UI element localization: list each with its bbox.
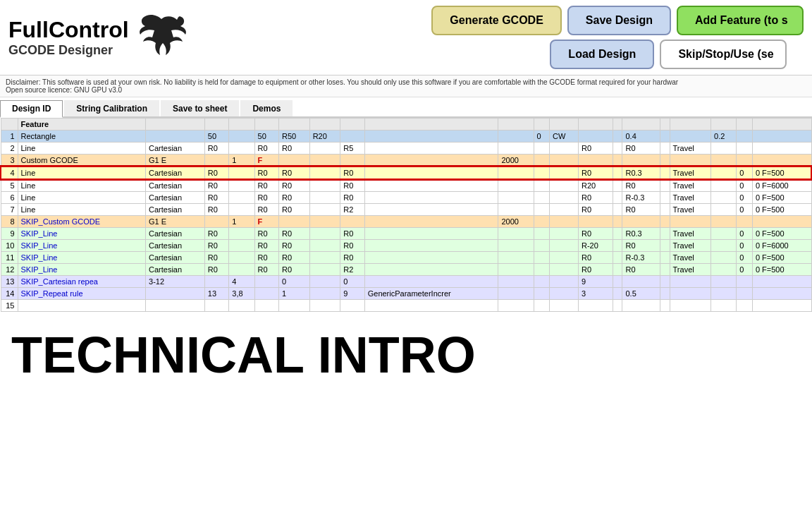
table-cell[interactable] — [229, 252, 254, 264]
table-cell[interactable]: 0.2 — [711, 131, 737, 143]
table-cell[interactable] — [752, 216, 811, 228]
table-cell[interactable]: R0 — [204, 179, 228, 192]
table-cell[interactable]: F — [254, 216, 278, 228]
table-cell[interactable] — [364, 264, 498, 276]
table-cell[interactable] — [711, 300, 737, 312]
table-cell[interactable] — [711, 155, 737, 167]
table-cell[interactable] — [613, 131, 622, 143]
table-cell[interactable] — [229, 179, 254, 192]
table-cell[interactable] — [309, 192, 340, 204]
table-cell[interactable] — [613, 204, 622, 216]
table-cell[interactable]: SKIP_Repeat rule — [18, 288, 146, 300]
table-cell[interactable]: 0 F=500 — [752, 192, 811, 204]
table-cell[interactable] — [578, 216, 613, 228]
table-cell[interactable] — [279, 216, 310, 228]
table-cell[interactable] — [578, 300, 613, 312]
table-cell[interactable]: R0 — [254, 240, 278, 252]
table-cell[interactable] — [711, 276, 737, 288]
table-cell[interactable] — [364, 228, 498, 240]
table-cell[interactable]: Travel — [670, 252, 711, 264]
table-cell[interactable] — [364, 192, 498, 204]
table-cell[interactable]: 3,8 — [229, 288, 254, 300]
table-cell[interactable] — [711, 228, 737, 240]
table-cell[interactable] — [550, 179, 579, 192]
table-cell[interactable] — [498, 252, 534, 264]
table-cell[interactable] — [309, 288, 340, 300]
table-cell[interactable]: R0 — [578, 167, 613, 179]
table-cell[interactable] — [711, 288, 737, 300]
table-cell[interactable] — [229, 131, 254, 143]
table-cell[interactable] — [670, 155, 711, 167]
load-design-button[interactable]: Load Design — [550, 40, 654, 69]
table-cell[interactable]: Cartesian — [146, 240, 205, 252]
table-cell[interactable] — [146, 131, 205, 143]
table-cell[interactable] — [229, 143, 254, 155]
table-cell[interactable]: 0 — [279, 276, 310, 288]
table-cell[interactable] — [309, 300, 340, 312]
table-cell[interactable] — [340, 155, 364, 167]
table-cell[interactable]: R5 — [340, 143, 364, 155]
table-cell[interactable]: R0 — [254, 179, 278, 192]
table-cell[interactable]: R0 — [578, 204, 613, 216]
table-cell[interactable]: 1 — [229, 155, 254, 167]
table-cell[interactable]: R-20 — [578, 240, 613, 252]
table-cell[interactable]: 2 — [1, 143, 18, 155]
table-cell[interactable]: 0 — [737, 204, 753, 216]
table-cell[interactable] — [737, 155, 753, 167]
table-cell[interactable]: Travel — [670, 228, 711, 240]
table-cell[interactable] — [309, 143, 340, 155]
table-cell[interactable]: 15 — [1, 300, 18, 312]
table-row[interactable]: 4LineCartesianR0R0R0R0R0R0.3Travel00 F=5… — [1, 167, 811, 179]
table-cell[interactable]: R2 — [340, 264, 364, 276]
table-cell[interactable]: R0 — [622, 240, 660, 252]
table-cell[interactable] — [550, 240, 579, 252]
table-cell[interactable] — [737, 131, 753, 143]
table-cell[interactable] — [534, 252, 550, 264]
table-cell[interactable] — [711, 252, 737, 264]
table-cell[interactable]: 0 — [737, 167, 753, 179]
table-cell[interactable]: Travel — [670, 179, 711, 192]
table-cell[interactable]: R0 — [622, 143, 660, 155]
table-cell[interactable]: Line — [18, 179, 146, 192]
table-cell[interactable] — [737, 300, 753, 312]
table-cell[interactable] — [364, 204, 498, 216]
table-cell[interactable]: Cartesian — [146, 204, 205, 216]
table-cell[interactable]: Travel — [670, 143, 711, 155]
table-cell[interactable]: R0 — [279, 167, 310, 179]
table-cell[interactable]: 1 — [279, 288, 310, 300]
table-cell[interactable] — [309, 216, 340, 228]
table-cell[interactable] — [254, 276, 278, 288]
table-row[interactable]: 14SKIP_Repeat rule133,819GenericParamete… — [1, 288, 811, 300]
table-cell[interactable]: 10 — [1, 240, 18, 252]
table-cell[interactable]: Cartesian — [146, 167, 205, 179]
table-cell[interactable] — [711, 204, 737, 216]
table-row[interactable]: 3Custom GCODEG1 E1F2000 — [1, 155, 811, 167]
table-cell[interactable]: R0 — [578, 252, 613, 264]
table-cell[interactable]: R0 — [340, 252, 364, 264]
table-cell[interactable]: Travel — [670, 240, 711, 252]
table-cell[interactable] — [660, 143, 670, 155]
table-cell[interactable] — [364, 179, 498, 192]
table-cell[interactable]: Travel — [670, 167, 711, 179]
table-cell[interactable] — [737, 216, 753, 228]
table-cell[interactable] — [309, 264, 340, 276]
table-cell[interactable] — [670, 276, 711, 288]
table-cell[interactable] — [498, 240, 534, 252]
table-cell[interactable] — [613, 252, 622, 264]
table-cell[interactable] — [711, 179, 737, 192]
table-cell[interactable]: 0 F=500 — [752, 204, 811, 216]
table-cell[interactable] — [660, 300, 670, 312]
table-cell[interactable]: 6 — [1, 192, 18, 204]
table-cell[interactable] — [613, 167, 622, 179]
table-cell[interactable] — [622, 216, 660, 228]
table-cell[interactable] — [309, 276, 340, 288]
table-cell[interactable] — [752, 288, 811, 300]
table-cell[interactable]: Cartesian — [146, 179, 205, 192]
table-cell[interactable]: 9 — [578, 276, 613, 288]
table-cell[interactable] — [550, 276, 579, 288]
table-cell[interactable] — [613, 228, 622, 240]
table-cell[interactable] — [711, 167, 737, 179]
table-cell[interactable]: R0 — [204, 204, 228, 216]
table-cell[interactable]: CW — [550, 131, 579, 143]
table-cell[interactable]: R-0.3 — [622, 192, 660, 204]
